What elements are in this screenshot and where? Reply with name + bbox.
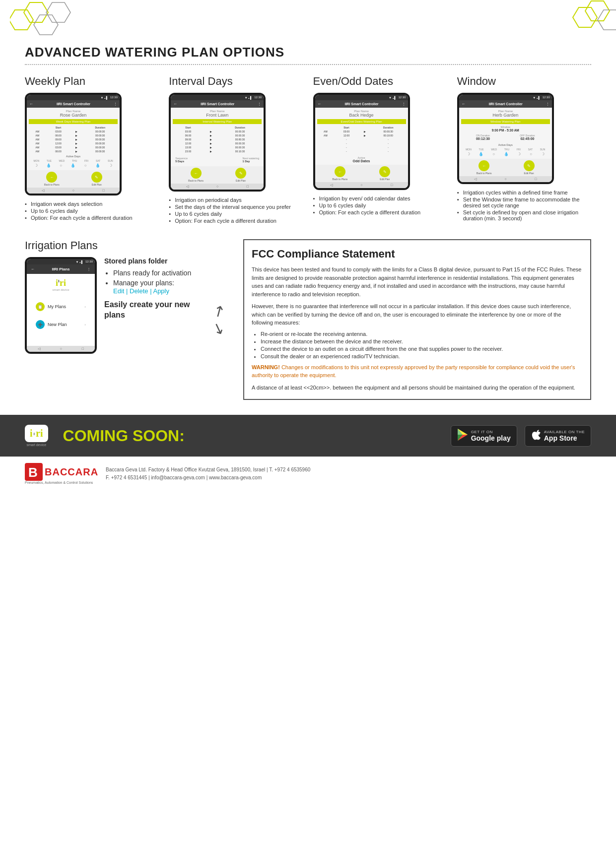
weekly-phone-screen: ▼ ₄ ▌ 12:30 ← IIRI Smart Controller ⋮ Pl… bbox=[27, 95, 120, 194]
irrigation-content: ▼ ₄ ▌ 12:30 ← IIRI Plans ⋮ iıri bbox=[25, 257, 194, 359]
irrigation-section: Irrigation Plans ▼ ₄ ▌ 12:30 ← IIRI Plan… bbox=[25, 239, 194, 400]
create-plans-text: Easily create your new plans bbox=[104, 300, 194, 321]
google-play-icon bbox=[457, 429, 468, 443]
svg-marker-6 bbox=[598, 10, 616, 30]
weekly-plan-title: Weekly Plan bbox=[25, 75, 159, 88]
title-divider bbox=[25, 64, 591, 65]
svg-marker-1 bbox=[10, 10, 33, 30]
fcc-title: FCC Compliance Statement bbox=[252, 248, 583, 261]
svg-marker-2 bbox=[34, 15, 58, 35]
coming-soon-text: COMING SOON: bbox=[63, 427, 441, 445]
window-phone-screen: ▼ ₄ ▌ 12:30 ← IIRI Smart Controller ⋮ Pl… bbox=[459, 95, 552, 182]
irrigation-features: Stored plans folder Plans ready for acti… bbox=[104, 257, 194, 359]
fcc-body1: This device has been tested and found to… bbox=[252, 265, 583, 298]
app-store-badge[interactable]: AvailabLE ON THE App Store bbox=[525, 425, 591, 447]
fcc-warning: WARNING! Changes or modifications to thi… bbox=[252, 363, 583, 380]
interval-phone-mockup: ▼ ₄ ▌ 12:30 ← IIRI Smart Controller ⋮ Pl… bbox=[169, 93, 266, 192]
fcc-measures-list: Re-orient or re-locate the receiving ant… bbox=[252, 331, 583, 359]
window-plan-col: Window ▼ ₄ ▌ 12:30 ← IIRI Smart Controll… bbox=[457, 75, 591, 224]
banner-logo: i ı ri smart device bbox=[25, 425, 48, 447]
page-title: ADVANCED WATERING PLAN OPTIONS bbox=[25, 45, 591, 60]
svg-marker-0 bbox=[24, 2, 48, 22]
interval-plan-title: Interval Days bbox=[169, 75, 303, 88]
coming-soon-banner: i ı ri smart device COMING SOON: GET IT … bbox=[0, 415, 616, 457]
footer: B BACCARA Pneumatics, Automation & Contr… bbox=[0, 457, 616, 490]
evenodd-plan-title: Even/Odd Dates bbox=[313, 75, 447, 88]
svg-marker-3 bbox=[46, 2, 70, 22]
weekly-phone-header: ← IIRI Smart Controller ⋮ bbox=[27, 100, 120, 108]
interval-phone-screen: ▼ ₄ ▌ 12:30 ← IIRI Smart Controller ⋮ Pl… bbox=[171, 95, 264, 190]
store-badges: GET IT ON Google play AvailabLE ON THE A… bbox=[451, 425, 591, 447]
interval-features: Irrigation on periodical days Set the da… bbox=[169, 196, 303, 224]
window-features: Irrigation cycles within a defined time … bbox=[457, 189, 591, 222]
arrow-area: ↗ ↘ bbox=[208, 239, 228, 400]
plan-columns: Weekly Plan ▼ ₄ ▌ 12:30 ← IIRI Smart Con… bbox=[25, 75, 591, 224]
evenodd-features: Irrigation by even/ odd calendar dates U… bbox=[313, 195, 447, 216]
evenodd-plan-col: Even/Odd Dates ▼ ₄ ▌ 12:30 ← IIRI Smart … bbox=[313, 75, 447, 224]
weekly-bottom-buttons: ← Back to Plans ✎ Edit Plan bbox=[27, 170, 120, 188]
weekly-phone-mockup: ▼ ₄ ▌ 12:30 ← IIRI Smart Controller ⋮ Pl… bbox=[25, 93, 122, 196]
interval-plan-col: Interval Days ▼ ₄ ▌ 12:30 ← IIRI Smart C… bbox=[169, 75, 303, 224]
fcc-section: FCC Compliance Statement This device has… bbox=[243, 239, 591, 400]
baccara-tagline: Pneumatics, Automation & Control Solutio… bbox=[25, 481, 93, 484]
svg-text:B: B bbox=[28, 465, 38, 480]
new-plan-item[interactable]: ➕ New Plan › bbox=[32, 317, 90, 332]
irrigation-fcc-row: Irrigation Plans ▼ ₄ ▌ 12:30 ← IIRI Plan… bbox=[25, 239, 591, 400]
irrigation-phone: ▼ ₄ ▌ 12:30 ← IIRI Plans ⋮ iıri bbox=[25, 257, 97, 359]
google-play-badge[interactable]: GET IT ON Google play bbox=[451, 425, 517, 447]
apple-icon bbox=[531, 429, 541, 443]
weekly-plan-col: Weekly Plan ▼ ₄ ▌ 12:30 ← IIRI Smart Con… bbox=[25, 75, 159, 224]
evenodd-phone-screen: ▼ ₄ ▌ 12:30 ← IIRI Smart Controller ⋮ Pl… bbox=[315, 95, 408, 188]
evenodd-phone-mockup: ▼ ₄ ▌ 12:30 ← IIRI Smart Controller ⋮ Pl… bbox=[313, 93, 410, 190]
stored-plans-title: Stored plans folder bbox=[104, 257, 194, 265]
baccara-b-icon: B bbox=[25, 463, 43, 481]
weekly-features: Irrigation week days selection Up to 6 c… bbox=[25, 200, 159, 221]
fcc-distance: A distance of at least <<20cm>>. between… bbox=[252, 384, 583, 392]
header-decoration bbox=[0, 0, 616, 45]
weekly-status-bar: ▼ ₄ ▌ 12:30 bbox=[27, 95, 120, 100]
fcc-body2: However, there is no guarantee that inte… bbox=[252, 302, 583, 327]
window-plan-title: Window bbox=[457, 75, 591, 88]
my-plans-item[interactable]: 📋 My Plans › bbox=[32, 299, 90, 314]
irrigation-title: Irrigation Plans bbox=[25, 239, 194, 252]
main-content: ADVANCED WATERING PLAN OPTIONS Weekly Pl… bbox=[0, 35, 616, 400]
baccara-logo: B BACCARA Pneumatics, Automation & Contr… bbox=[25, 463, 98, 484]
footer-info: Baccara Geva Ltd. Factory & Head Office … bbox=[106, 466, 310, 482]
window-phone-mockup: ▼ ₄ ▌ 12:30 ← IIRI Smart Controller ⋮ Pl… bbox=[457, 93, 554, 184]
irrigation-list: Plans ready for activation Manage your p… bbox=[104, 269, 194, 295]
weekly-phone-body: Plan Name Rose Garden Week Days Watering… bbox=[27, 108, 120, 170]
